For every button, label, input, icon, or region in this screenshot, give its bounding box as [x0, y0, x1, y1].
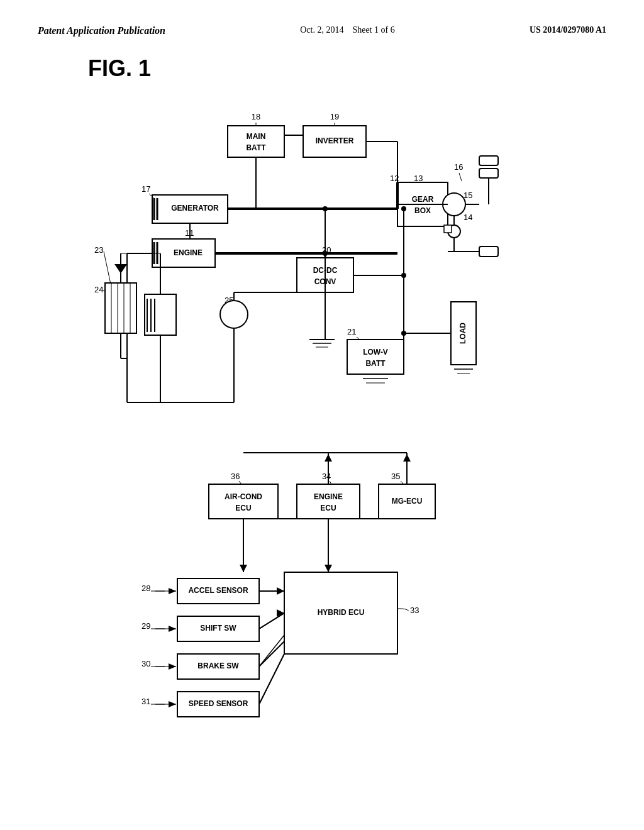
svg-text:35: 35 [391, 472, 400, 481]
svg-text:LOW-V: LOW-V [363, 348, 388, 357]
svg-rect-140 [479, 246, 498, 257]
svg-text:34: 34 [322, 472, 331, 481]
svg-text:18: 18 [252, 112, 260, 121]
svg-text:BATT: BATT [365, 359, 386, 368]
svg-text:33: 33 [410, 606, 419, 615]
header: Patent Application Publication Oct. 2, 2… [38, 25, 606, 36]
svg-text:15: 15 [464, 191, 472, 200]
svg-text:LOAD: LOAD [458, 323, 467, 344]
page: Patent Application Publication Oct. 2, 2… [0, 0, 644, 830]
svg-marker-142 [240, 565, 247, 572]
svg-text:17: 17 [142, 184, 150, 194]
svg-text:INVERTER: INVERTER [316, 136, 354, 145]
svg-text:19: 19 [330, 112, 339, 121]
svg-text:ECU: ECU [320, 504, 336, 512]
svg-text:BOX: BOX [414, 206, 431, 215]
svg-text:SHIFT SW: SHIFT SW [200, 624, 236, 633]
svg-text:31: 31 [142, 697, 150, 706]
svg-text:MG-ECU: MG-ECU [392, 497, 423, 506]
svg-line-49 [459, 173, 462, 181]
svg-point-128 [401, 331, 406, 336]
svg-text:36: 36 [231, 472, 240, 481]
svg-text:28: 28 [142, 584, 150, 593]
svg-text:23: 23 [94, 245, 103, 255]
svg-text:HYBRID ECU: HYBRID ECU [318, 608, 365, 617]
svg-rect-0 [228, 126, 284, 157]
svg-marker-162 [277, 588, 284, 594]
diagram-area: MAIN BATT INVERTER GENERATOR ENGINE GEAR… [39, 82, 605, 773]
svg-marker-148 [403, 454, 411, 462]
svg-marker-159 [169, 663, 176, 670]
svg-point-114 [401, 206, 406, 211]
pub-date: Oct. 2, 2014 [300, 25, 343, 35]
svg-marker-110 [114, 264, 127, 274]
patent-number: US 2014/0297080 A1 [530, 25, 606, 35]
svg-text:BATT: BATT [246, 143, 266, 152]
header-center: Oct. 2, 2014 Sheet 1 of 6 [300, 25, 394, 35]
svg-rect-24 [209, 484, 278, 519]
svg-text:16: 16 [454, 162, 463, 172]
svg-marker-160 [169, 701, 176, 707]
svg-text:24: 24 [94, 285, 103, 294]
publication-label: Patent Application Publication [38, 25, 165, 36]
svg-text:ACCEL SENSOR: ACCEL SENSOR [188, 586, 248, 595]
svg-marker-157 [169, 588, 176, 594]
svg-rect-131 [444, 225, 452, 233]
svg-marker-146 [325, 454, 332, 462]
svg-rect-132 [479, 156, 498, 165]
svg-text:21: 21 [347, 327, 356, 336]
sheet-info: Sheet 1 of 6 [352, 25, 394, 35]
svg-text:SPEED SENSOR: SPEED SENSOR [189, 699, 248, 708]
figure-title: FIG. 1 [88, 55, 606, 82]
svg-text:AIR-COND: AIR-COND [225, 492, 262, 501]
svg-rect-133 [479, 169, 498, 178]
svg-point-169 [323, 206, 328, 211]
svg-text:BRAKE SW: BRAKE SW [197, 661, 239, 670]
svg-text:GENERATOR: GENERATOR [171, 204, 219, 213]
svg-text:30: 30 [142, 659, 150, 668]
svg-rect-93 [105, 283, 136, 333]
svg-rect-19 [347, 340, 404, 374]
svg-text:ECU: ECU [235, 504, 251, 512]
svg-text:29: 29 [142, 621, 150, 631]
svg-point-89 [220, 301, 248, 328]
svg-text:GEAR: GEAR [412, 195, 434, 204]
svg-rect-27 [297, 484, 360, 519]
svg-marker-158 [169, 626, 176, 632]
svg-rect-103 [145, 294, 176, 335]
svg-text:ENGINE: ENGINE [174, 248, 203, 257]
svg-line-163 [259, 613, 284, 629]
svg-text:13: 13 [414, 174, 423, 183]
svg-point-113 [401, 273, 406, 278]
svg-text:14: 14 [464, 213, 472, 222]
svg-text:ENGINE: ENGINE [314, 492, 343, 501]
svg-text:MAIN: MAIN [247, 132, 266, 141]
